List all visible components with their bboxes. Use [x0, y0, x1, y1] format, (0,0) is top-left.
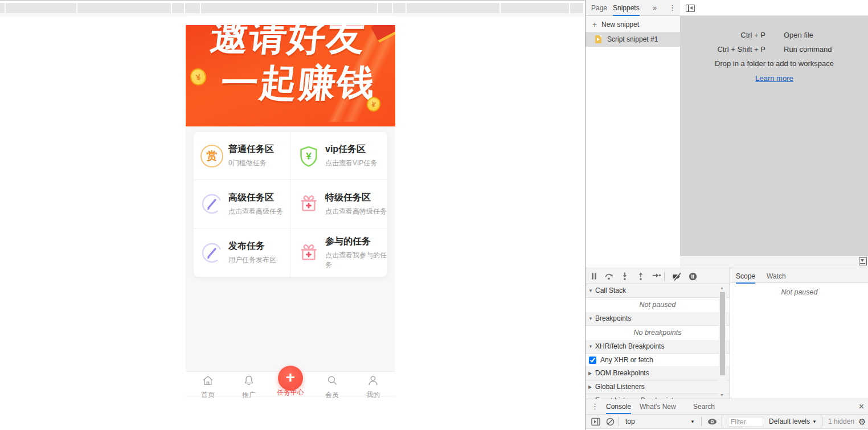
snippet-name: Script snippet #1: [607, 32, 658, 47]
browser-tab-placeholder[interactable]: [77, 3, 171, 13]
scrollbar-thumb[interactable]: [720, 292, 725, 375]
browser-tab-placeholder[interactable]: [6, 3, 76, 13]
tab-watch[interactable]: Watch: [767, 269, 786, 284]
editor-drop-zone[interactable]: Ctrl + P Open file Ctrl + Shift + P Run …: [680, 16, 868, 255]
learn-more-link[interactable]: Learn more: [755, 74, 793, 83]
nav-item-home[interactable]: 首页: [191, 374, 225, 400]
browser-tab-placeholder[interactable]: [378, 3, 392, 13]
debugger-sidebar-sections: ▼ Call Stack Not paused ▼ Breakpoints No…: [586, 284, 730, 399]
console-toolbar: top ▼ Default levels ▼ 1 hidden ⚙: [586, 414, 868, 428]
home-icon: [202, 374, 214, 387]
shield-yen-icon: ¥: [297, 145, 320, 167]
scroll-down-icon[interactable]: ▼: [720, 393, 724, 397]
any-xhr-checkbox[interactable]: [589, 357, 596, 364]
task-center-fab-button[interactable]: +: [278, 366, 303, 391]
chevron-down-icon[interactable]: ▼: [690, 415, 695, 429]
show-console-sidebar-icon[interactable]: [591, 417, 600, 426]
browser-tab-placeholder[interactable]: [393, 3, 406, 13]
filter-input[interactable]: [728, 417, 763, 427]
task-subtitle: 点击查看高特级任务: [325, 207, 387, 216]
task-cell-vip[interactable]: ¥ vip任务区 点击查看VIP任务: [290, 132, 387, 180]
pencil-circle-icon: [200, 193, 223, 215]
task-cell-special[interactable]: 特级任务区 点击查看高特级任务: [290, 180, 387, 228]
section-call-stack[interactable]: ▼ Call Stack: [586, 284, 730, 298]
more-tabs-icon[interactable]: »: [653, 0, 657, 16]
user-icon: [367, 374, 379, 387]
nav-label: 推广: [232, 390, 266, 400]
task-subtitle: 0门槛做任务: [228, 158, 274, 168]
svg-text:¥: ¥: [306, 151, 312, 162]
shortcut-keys: Ctrl + P: [680, 31, 765, 39]
drawer-menu-icon[interactable]: ⋮: [591, 402, 599, 411]
log-levels-selector[interactable]: Default levels: [769, 415, 810, 429]
new-snippet-button[interactable]: + New snippet: [586, 17, 680, 32]
browser-tab-placeholder[interactable]: [185, 3, 200, 13]
browser-tab-placeholder[interactable]: [407, 3, 499, 13]
banner-title-line1: 邀请好友: [209, 25, 368, 55]
clear-console-icon[interactable]: [606, 417, 615, 426]
pause-script-icon[interactable]: [590, 272, 598, 280]
shortcut-action: Open file: [784, 31, 868, 39]
nav-label: 首页: [191, 390, 225, 400]
scope-watch-panel: Scope Watch Not paused: [730, 268, 868, 399]
scroll-up-icon[interactable]: ▲: [720, 286, 724, 290]
section-dom-breakpoints[interactable]: ▶ DOM Breakpoints: [586, 367, 730, 380]
toolbar-separator: [722, 417, 722, 426]
task-cell-normal[interactable]: 赏 普通任务区 0门槛做任务: [194, 132, 290, 180]
bell-icon: [243, 374, 255, 387]
shortcut-action: Run command: [784, 45, 868, 54]
tab-whats-new[interactable]: What's New: [640, 399, 676, 414]
call-stack-message: Not paused: [586, 298, 730, 312]
tab-snippets[interactable]: Snippets: [613, 0, 640, 16]
hidden-count: 1 hidden: [828, 415, 854, 429]
expanded-icon: ▼: [588, 284, 593, 297]
invite-banner[interactable]: 邀请好友 一起赚钱 ¥ ¥: [186, 25, 395, 126]
task-title: 高级任务区: [228, 192, 283, 204]
eye-icon[interactable]: [707, 418, 717, 425]
browser-tab-placeholder[interactable]: [501, 3, 569, 13]
snippet-list-item-selected[interactable]: Script snippet #1: [586, 32, 680, 47]
devtools-panel: Page Snippets » ⋮ + New snippet Script s…: [585, 0, 868, 430]
task-grid-card: 赏 普通任务区 0门槛做任务 ¥ vip任务区 点击查看VIP任务: [194, 132, 387, 277]
context-selector[interactable]: top: [625, 415, 635, 429]
section-breakpoints[interactable]: ▼ Breakpoints: [586, 312, 730, 326]
nav-item-mine[interactable]: 我的: [356, 374, 390, 400]
any-xhr-label: Any XHR or fetch: [600, 354, 653, 367]
task-cell-advanced[interactable]: 高级任务区 点击查看高级任务: [194, 180, 290, 228]
browser-tab-placeholder[interactable]: [570, 3, 583, 13]
sidebar-scrollbar[interactable]: ▲ ▼: [719, 284, 726, 399]
nav-item-member[interactable]: 会员: [315, 374, 349, 400]
task-cell-publish[interactable]: 发布任务 用户任务发布区: [194, 228, 290, 277]
task-cell-joined[interactable]: 参与的任务 点击查看我参与的任务: [290, 228, 387, 277]
step-icon[interactable]: [652, 272, 661, 280]
tab-page[interactable]: Page: [591, 0, 607, 16]
task-title: 发布任务: [228, 240, 276, 252]
step-out-icon[interactable]: [637, 272, 645, 280]
collapsed-icon: ▶: [588, 380, 592, 394]
section-event-listener-breakpoints[interactable]: ▶ Event Listener Breakpoints: [586, 394, 730, 399]
browser-tab-placeholder[interactable]: [201, 3, 377, 13]
expanded-icon: ▼: [588, 312, 593, 325]
expand-panel-icon[interactable]: [859, 257, 867, 265]
step-into-icon[interactable]: [621, 272, 629, 280]
chevron-down-icon[interactable]: ▼: [812, 415, 817, 429]
browser-tab-placeholder[interactable]: [172, 3, 184, 13]
hide-navigator-icon[interactable]: [686, 5, 695, 12]
toolbar-separator: [619, 417, 619, 426]
close-drawer-icon[interactable]: ×: [859, 399, 864, 414]
section-xhr-breakpoints[interactable]: ▼ XHR/fetch Breakpoints +: [586, 340, 730, 354]
section-global-listeners[interactable]: ▶ Global Listeners: [586, 380, 730, 394]
nav-item-promo[interactable]: 推广: [232, 374, 266, 400]
editor-status-bar: [680, 255, 868, 268]
tab-console[interactable]: Console: [606, 399, 631, 414]
tab-search[interactable]: Search: [693, 399, 715, 414]
overflow-menu-icon[interactable]: ⋮: [669, 0, 676, 16]
browser-tab-placeholder[interactable]: [0, 3, 5, 13]
deactivate-breakpoints-icon[interactable]: [672, 272, 682, 281]
task-title: vip任务区: [325, 144, 377, 155]
console-settings-gear-icon[interactable]: ⚙: [858, 415, 866, 429]
tab-scope[interactable]: Scope: [736, 269, 755, 284]
step-over-icon[interactable]: [604, 272, 613, 280]
screen: 邀请好友 一起赚钱 ¥ ¥ 赏 普通任务区 0门槛做任务 ¥: [0, 0, 868, 430]
pause-on-exceptions-icon[interactable]: [689, 272, 697, 281]
